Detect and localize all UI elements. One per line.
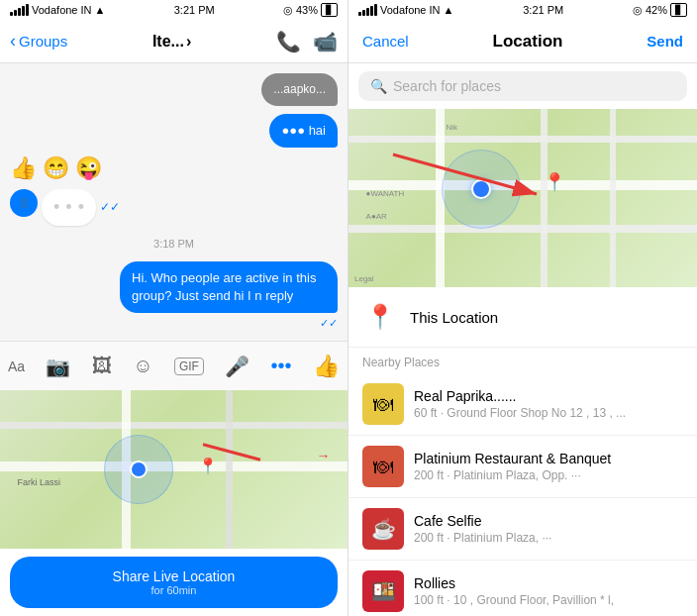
place-item[interactable]: 🍽Real Paprika......60 ft · Ground Floor … [348,373,697,436]
grinning-emoji: 😁 [43,155,69,181]
map-background: 📍 → Farki Lassi [0,390,348,549]
chevron-left-icon: ‹ [10,31,16,51]
video-icon[interactable]: 📹 [313,30,338,53]
places-list: 🍽Real Paprika......60 ft · Ground Floor … [348,373,697,616]
map-road [0,422,348,429]
place-thumbnail: 🍽 [362,446,404,487]
this-location-pin-icon: 📍 [362,299,398,335]
place-thumbnail: ☕ [362,508,404,550]
pin-icon: 📍 [365,303,395,331]
chat-title: Ite... › [152,33,191,51]
nearby-places-header: Nearby Places [348,348,697,373]
right-panel: Vodafone IN ▲ 3:21 PM ◎ 42% ▊ Cancel Loc… [348,0,697,616]
map-road [610,109,616,287]
nav-action-icons: 📞 📹 [276,30,338,53]
like-icon[interactable]: 👍 [313,354,340,379]
message-bubble-wrapper: ●●● hai [10,114,338,148]
message-bubble-wrapper: ...aapko... [10,73,338,106]
read-checkmark-icon: ✓✓ [320,317,338,330]
checkmark-icon: ✓✓ [100,200,120,214]
message-bubble-wrapper: Hi. Who people are active in this group?… [10,261,338,330]
place-info: Rollies100 ft · 10 , Ground Floor, Pavil… [414,575,683,607]
search-placeholder: Search for places [393,78,501,94]
photo-icon[interactable]: 🖼 [92,355,112,377]
emoji-icon[interactable]: ☺ [133,355,152,377]
location-icon: ◎ [633,4,643,17]
more-icon[interactable]: ••• [271,355,292,377]
map-legal: Legal [354,274,374,283]
map-road [226,390,233,549]
share-live-location-button[interactable]: Share Live Location for 60min [10,557,338,608]
right-time: 3:21 PM [523,4,563,16]
map-preview[interactable]: 📍 → Farki Lassi [0,390,348,549]
place-thumbnail: 🍽 [362,383,404,425]
send-button[interactable]: Send [647,33,683,50]
place-info: Cafe Selfie200 ft · Platinium Plaza, ··· [414,513,683,545]
back-button[interactable]: ‹ Groups [10,31,67,51]
place-info: Platinium Restaurant & Banquet200 ft · P… [414,451,683,482]
this-location-label: This Location [410,309,498,326]
thumbs-up-emoji: 👍 [10,155,37,181]
chat-toolbar: Aa 📷 🖼 ☺ GIF 🎤 ••• 👍 [0,341,348,390]
outgoing-bubble: Hi. Who people are active in this group?… [120,261,338,313]
right-battery: ◎ 42% ▊ [633,3,687,17]
outgoing-bubble: ●●● hai [269,114,338,148]
location-list: 📍 This Location Nearby Places 🍽Real Papr… [348,287,697,616]
location-pin: 📍 [198,457,218,475]
outgoing-bubble: ...aapko... [261,73,338,106]
place-info: Real Paprika......60 ft · Ground Floor S… [414,388,683,420]
left-nav-bar: ‹ Groups Ite... › 📞 📹 [0,20,348,63]
map-street-label-nik: Nik [447,123,458,132]
wifi-icon: ▲ [444,4,454,16]
place-thumbnail: 🍱 [362,570,404,612]
emoji-row: 👍 😁 😜 [10,155,338,181]
gif-button[interactable]: GIF [174,358,204,375]
map-road [348,136,697,143]
avatar: 👤 [10,189,38,217]
place-item[interactable]: 🍱Rollies100 ft · 10 , Ground Floor, Pavi… [348,561,697,616]
chat-area: ...aapko... ●●● hai 👍 😁 😜 👤 • • • ✓✓ [0,63,348,341]
place-distance: 200 ft · Platinium Plaza, ··· [414,531,683,545]
left-status-bar: Vodafone IN ▲ 3:21 PM ◎ 43% ▊ [0,0,348,20]
battery-icon: ▊ [321,3,338,17]
camera-icon[interactable]: 📷 [46,355,70,378]
left-carrier: Vodafone IN ▲ [10,4,105,16]
left-time: 3:21 PM [174,4,215,16]
battery-percent: 42% [646,4,667,16]
this-location-item[interactable]: 📍 This Location [348,287,697,348]
search-icon: 🔍 [370,78,387,94]
right-carrier: Vodafone IN ▲ [358,4,453,16]
typing-wrapper: 👤 • • • ✓✓ [10,189,338,226]
place-distance: 100 ft · 10 , Ground Floor, Pavillion * … [414,593,683,607]
signal-icon [358,4,377,16]
location-map[interactable]: 📍 Nik ●WANATH A●AR Legal [348,109,697,287]
map-road [0,462,348,471]
place-item[interactable]: 🍽Platinium Restaurant & Banquet200 ft · … [348,436,697,498]
battery-icon: ▊ [670,3,687,17]
place-name: Cafe Selfie [414,513,683,529]
place-name: Platinium Restaurant & Banquet [414,451,683,466]
tongue-emoji: 😜 [75,155,102,181]
typing-bubble: • • • ✓✓ [42,189,120,226]
search-bar[interactable]: 🔍 Search for places [358,71,687,101]
left-panel: Vodafone IN ▲ 3:21 PM ◎ 43% ▊ ‹ Groups I… [0,0,348,616]
right-status-bar: Vodafone IN ▲ 3:21 PM ◎ 42% ▊ [348,0,697,20]
map-background: 📍 Nik ●WANATH A●AR Legal [348,109,697,287]
map-street-label-aar: A●AR [366,212,387,221]
map-street-label: Farki Lassi [18,477,61,487]
svg-line-1 [393,154,537,194]
typing-indicator: • • • [42,189,96,226]
signal-icon [10,4,29,16]
battery-percent: 43% [296,4,318,16]
cancel-button[interactable]: Cancel [362,33,409,50]
place-item[interactable]: ☕Cafe Selfie200 ft · Platinium Plaza, ··… [348,498,697,561]
mic-icon[interactable]: 🎤 [225,355,249,378]
place-name: Real Paprika...... [414,388,683,404]
location-title: Location [493,32,563,51]
place-distance: 200 ft · Platinium Plaza, Opp. ··· [414,468,683,482]
location-icon: ◎ [283,4,293,17]
emoji-group: 👍 😁 😜 [10,155,102,181]
phone-icon[interactable]: 📞 [276,30,301,53]
map-street-label-wanath: ●WANATH [366,189,405,198]
current-location-dot [130,461,148,478]
